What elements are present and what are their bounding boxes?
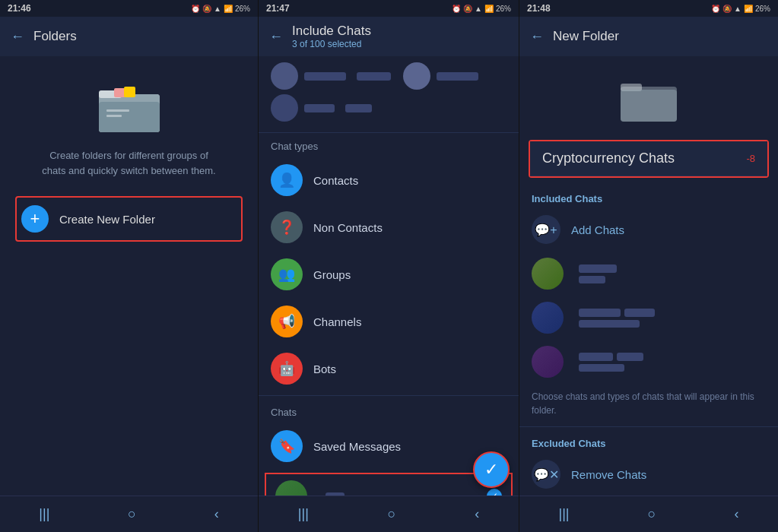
nav-menu-3[interactable]: |||	[559, 506, 570, 522]
page-title-2: Include Chats	[292, 24, 508, 39]
chat-name-blur-5	[345, 104, 372, 112]
divider-3	[519, 426, 778, 427]
remove-chats-icon: 💬✕	[532, 460, 560, 489]
back-button-1[interactable]: ←	[11, 29, 24, 45]
page-title-3: New Folder	[553, 29, 767, 44]
header-new-folder: ← New Folder	[519, 17, 778, 56]
title-block-3: New Folder	[553, 29, 767, 44]
battery-1: 26%	[235, 5, 250, 13]
create-new-folder-button[interactable]: + Create New Folder	[15, 196, 243, 242]
list-item-contacts[interactable]: 👤 Contacts	[259, 157, 519, 204]
list-item-groups[interactable]: 👥 Groups	[259, 251, 519, 298]
bottom-nav-3: ||| ○ ‹	[519, 496, 778, 532]
status-icons-3: ⏰ 🔕 ▲ 📶 26%	[711, 5, 770, 13]
contacts-avatar: 👤	[271, 164, 303, 196]
page-title-1: Folders	[33, 29, 247, 44]
contacts-label: Contacts	[313, 174, 358, 187]
inc-row-2	[579, 309, 655, 317]
add-chats-row[interactable]: 💬+ Add Chats	[519, 207, 778, 252]
nav-back-1[interactable]: ‹	[214, 506, 219, 522]
inc-avatar-1	[532, 258, 564, 290]
back-button-3[interactable]: ←	[530, 29, 544, 45]
list-item-bots[interactable]: 🤖 Bots	[259, 345, 519, 392]
channels-label: Channels	[313, 315, 361, 328]
svg-rect-6	[106, 109, 129, 112]
inc-text-3	[579, 353, 643, 372]
plus-icon: +	[21, 205, 49, 233]
folder-name-field[interactable]: Cryptocurrency Chats	[542, 150, 675, 166]
bottom-nav-2: ||| ○ ‹	[259, 496, 519, 532]
remove-chats-label: Remove Chats	[571, 468, 646, 481]
remove-chats-row[interactable]: 💬✕ Remove Chats	[519, 452, 778, 496]
saved-avatar: 🔖	[271, 430, 303, 462]
new-folder-icon	[618, 71, 679, 125]
selected-item-text-1	[325, 492, 345, 496]
blurred-row-1	[271, 62, 506, 90]
nav-home-3[interactable]: ○	[648, 506, 656, 522]
folder-count-badge: -8	[746, 153, 755, 164]
included-chat-3[interactable]	[519, 340, 778, 384]
bots-label: Bots	[313, 363, 336, 375]
mute-icon-2: 🔕	[463, 5, 472, 13]
inc-n2a	[579, 309, 621, 317]
selected-avatar-1	[275, 480, 307, 496]
nav-menu-2[interactable]: |||	[298, 506, 309, 522]
divider-1	[259, 395, 519, 396]
panel-include-chats: 21:47 ⏰ 🔕 ▲ 📶 26% ← Include Chats 3 of 1…	[259, 0, 519, 532]
list-item-channels[interactable]: 📢 Channels	[259, 298, 519, 345]
title-block-1: Folders	[33, 29, 247, 44]
inc-n3a	[579, 353, 613, 361]
folder-config-list: Included Chats 💬+ Add Chats	[519, 185, 778, 496]
inc-text-1	[579, 264, 617, 283]
panel-new-folder: 21:48 ⏰ 🔕 ▲ 📶 26% ← New Folder Cryptocur…	[519, 0, 778, 532]
channels-avatar: 📢	[271, 306, 303, 337]
included-hint: Choose chats and types of chats that wil…	[519, 384, 778, 423]
wifi-icon-3: ▲	[734, 5, 741, 13]
blurred-row-2	[271, 94, 506, 122]
alarm-icon-2: ⏰	[452, 5, 461, 13]
chat-thumb-1	[271, 62, 298, 90]
chat-thumb-2	[403, 62, 430, 90]
groups-avatar: 👥	[271, 258, 303, 290]
new-folder-illustration	[519, 56, 778, 132]
included-chat-1[interactable]	[519, 252, 778, 296]
selected-name-blur-1	[325, 492, 345, 496]
confirm-fab[interactable]: ✓	[473, 451, 510, 488]
nav-home-1[interactable]: ○	[128, 506, 136, 522]
battery-2: 26%	[496, 5, 511, 13]
add-chats-icon: 💬+	[532, 215, 560, 244]
selection-count: 3 of 100 selected	[292, 39, 508, 49]
chat-types-label: Chat types	[259, 133, 519, 157]
back-button-2[interactable]: ←	[269, 29, 283, 45]
groups-label: Groups	[313, 268, 351, 281]
chat-name-blur-1	[304, 72, 346, 81]
inc-n3b	[617, 353, 643, 361]
header-folders: ← Folders	[0, 17, 258, 56]
status-icons-2: ⏰ 🔕 ▲ 📶 26%	[452, 5, 511, 13]
nav-menu-1[interactable]: |||	[39, 506, 49, 522]
nav-back-3[interactable]: ‹	[734, 506, 738, 522]
list-item-non-contacts[interactable]: ❓ Non Contacts	[259, 204, 519, 251]
inc-sub-1	[579, 276, 605, 283]
alarm-icon: ⏰	[191, 5, 200, 13]
included-chat-2[interactable]	[519, 296, 778, 340]
folders-content: Create folders for different groups of c…	[0, 56, 258, 496]
bottom-nav-1: ||| ○ ‹	[0, 496, 258, 532]
inc-sub-3	[579, 364, 624, 372]
inc-sub-2	[579, 320, 640, 328]
wifi-icon: ▲	[214, 5, 221, 13]
inc-row-3	[579, 353, 643, 361]
inc-name-1	[579, 264, 617, 273]
nav-home-2[interactable]: ○	[388, 506, 396, 522]
svg-rect-3	[114, 88, 125, 97]
header-include-chats: ← Include Chats 3 of 100 selected	[259, 17, 519, 56]
alarm-icon-3: ⏰	[711, 5, 720, 13]
chat-name-blur-2	[357, 72, 391, 81]
excluded-chats-header: Excluded Chats	[519, 430, 778, 452]
non-contacts-label: Non Contacts	[313, 221, 383, 234]
inc-text-2	[579, 309, 655, 328]
svg-rect-7	[106, 115, 122, 117]
nav-back-2[interactable]: ‹	[475, 506, 479, 522]
chat-name-blur-4	[304, 104, 335, 112]
non-contacts-avatar: ❓	[271, 211, 303, 243]
